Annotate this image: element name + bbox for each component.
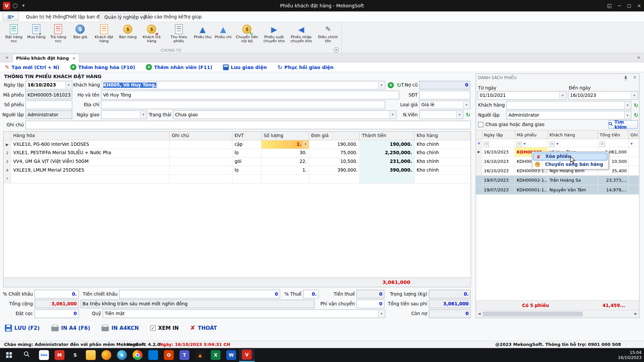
ngay-lap-field[interactable]: 16/10/2023▾ bbox=[25, 81, 72, 89]
cell-don-gia[interactable]: 75,000. bbox=[309, 149, 360, 157]
tab-close-icon[interactable]: × bbox=[72, 56, 75, 60]
tab-close-left-icon[interactable]: × bbox=[4, 55, 10, 61]
cell-ghi-chu[interactable] bbox=[629, 147, 639, 157]
filter-cell-ghi-chu[interactable]: ▼ bbox=[629, 139, 639, 147]
start-button[interactable] bbox=[0, 348, 18, 362]
col-kho-hang[interactable]: Kho hàng bbox=[415, 132, 471, 140]
taskbar-app-chrome[interactable] bbox=[130, 348, 146, 362]
taskbar-app-edge[interactable]: e bbox=[114, 348, 130, 362]
expand-icon[interactable]: ◱ bbox=[604, 0, 614, 11]
col-ghi-chu[interactable]: Ghi chú bbox=[170, 132, 232, 140]
ribbon-button-tra-hang-ncc[interactable]: Trả hàng ncc bbox=[47, 22, 70, 47]
ghi-chu-field[interactable] bbox=[25, 121, 471, 129]
cell-ngay-lap[interactable]: 19/07/2023 bbox=[482, 176, 515, 185]
tab-strip-close-icon[interactable]: × bbox=[636, 55, 642, 61]
cell-dvt[interactable]: gói bbox=[232, 158, 262, 166]
cell-don-gia[interactable]: 390,000. bbox=[309, 166, 360, 174]
thue-pct-field[interactable]: 0. bbox=[303, 290, 319, 298]
chevron-down-icon[interactable]: ▾ bbox=[559, 92, 566, 99]
cell-ngay-lap[interactable]: 16/10/2023 bbox=[482, 147, 515, 157]
chiet-khau-pct-field[interactable]: 0. bbox=[35, 290, 79, 298]
pin-icon[interactable] bbox=[624, 75, 629, 81]
refresh-employee-icon[interactable]: ↻ bbox=[465, 111, 472, 118]
restore-layout-button[interactable]: ↻ Phục hồi giao diện bbox=[277, 64, 333, 70]
taskbar-app-office[interactable]: O bbox=[161, 348, 177, 362]
menu-grid-button[interactable]: ▦▾ bbox=[2, 13, 19, 21]
col-dvt[interactable]: ĐVT bbox=[232, 132, 262, 140]
col-tong-tien[interactable]: Tổng tiền bbox=[598, 130, 629, 138]
cell-kho-hang[interactable]: Kho chính bbox=[415, 158, 471, 166]
cell-ghi-chu[interactable] bbox=[170, 175, 232, 183]
cell-ghi-chu[interactable] bbox=[629, 185, 639, 194]
ribbon-button-dat-hang-ncc[interactable]: Đặt hàng ncc bbox=[2, 22, 26, 47]
minimize-icon[interactable]: − bbox=[614, 0, 624, 11]
ribbon-button-ban-hang[interactable]: $ Bán hàng bbox=[118, 22, 138, 47]
exit-button[interactable]: ✘ THOÁT bbox=[190, 324, 217, 331]
cell-thanh-tien[interactable]: 231,000. bbox=[360, 158, 415, 166]
funnel-icon[interactable]: ▼ bbox=[631, 142, 633, 146]
panel-close-icon[interactable]: × bbox=[633, 75, 637, 80]
taskbar-app-zalo[interactable]: Zalo bbox=[36, 348, 52, 362]
cell-don-gia[interactable]: 190,000. bbox=[309, 140, 360, 148]
taskbar-app-explorer[interactable] bbox=[83, 348, 99, 362]
cell-kho-hang[interactable]: Kho chính bbox=[415, 166, 471, 174]
chevron-down-icon[interactable]: ▾ bbox=[624, 112, 630, 119]
ribbon-button-chuyen-tien-noi-bo[interactable]: $↻ Chuyển tiền nội bộ bbox=[233, 22, 261, 47]
scrollbar-thumb[interactable] bbox=[483, 311, 583, 316]
horizontal-scrollbar[interactable]: ◀ ▶ bbox=[476, 311, 639, 317]
filter-cell-tong-tien[interactable]: = bbox=[598, 139, 629, 147]
n-vien-combo[interactable]: ▾ bbox=[419, 110, 463, 119]
ribbon-button-thu-theo-phieu[interactable]: Thu theo phiếu bbox=[165, 22, 193, 47]
ribbon-button-phieu-chi[interactable]: ▲ Phiếu chi bbox=[213, 22, 233, 47]
preview-checkbox[interactable]: ✓ XEM IN bbox=[150, 325, 179, 331]
print-a4kcn-button[interactable]: IN A4KCN bbox=[102, 325, 139, 331]
cell-khach-hang[interactable]: Trần Hoàng Sa bbox=[548, 176, 598, 185]
menu-tab-tro-giup[interactable]: Trợ giúp bbox=[179, 13, 206, 22]
filter-cell-ma-phieu[interactable]: = ▼ bbox=[515, 139, 548, 147]
phi-van-chuyen-field[interactable]: 0 bbox=[357, 300, 384, 308]
cell-dvt[interactable]: lọ bbox=[232, 166, 262, 174]
panel-khach-hang-combo[interactable]: ▾ bbox=[506, 101, 631, 110]
cell-don-gia[interactable]: 10,500. bbox=[309, 158, 360, 166]
quy-combo[interactable]: Tiền mặt▾ bbox=[103, 309, 385, 318]
cell-ghi-chu[interactable] bbox=[170, 149, 232, 157]
cell-hang-hoa[interactable]: VXLE19, LMLM Merial 25DOSES bbox=[11, 166, 170, 174]
ribbon-button-phieu-thu[interactable]: ▲ Phiếu thu bbox=[192, 22, 213, 47]
table-row[interactable]: 3 VV4, ÚM GÀ VỊT (Việt Viễn) 50GM gói 22… bbox=[4, 158, 471, 166]
cell-so-luong-editor[interactable]: 1.▾ bbox=[262, 140, 309, 148]
col-ma-phieu[interactable]: Mã phiếu bbox=[515, 130, 548, 138]
new-button[interactable]: ✎ Tạo mới (Ctrl + N) bbox=[5, 64, 59, 70]
chevron-down-icon[interactable]: ▾ bbox=[631, 92, 637, 99]
cell-ngay-lap[interactable]: 16/10/2023 bbox=[482, 166, 515, 175]
ribbon-button-khach-dat-hang[interactable]: Khách đặt hàng bbox=[91, 22, 118, 47]
col-khach-hang[interactable]: Khách hàng bbox=[548, 130, 598, 138]
taskbar-app-mail[interactable]: M bbox=[52, 348, 67, 362]
ribbon-button-bao-gia[interactable]: $ Báo giá bbox=[70, 22, 91, 47]
search-button[interactable]: Tìm kiếm bbox=[608, 120, 638, 129]
refresh-icon[interactable]: ↻ bbox=[633, 112, 640, 119]
filter-cell-ngay-lap[interactable]: = bbox=[482, 139, 515, 147]
cell-thanh-tien[interactable] bbox=[360, 175, 415, 183]
taskbar-clock[interactable]: 15:04 16/10/2023 bbox=[618, 350, 642, 360]
cell-thanh-tien[interactable]: 2,250,000. bbox=[360, 149, 415, 157]
funnel-icon[interactable]: ▼ bbox=[556, 142, 558, 146]
cell-dvt[interactable]: lọ bbox=[232, 149, 262, 157]
cell-ngay-lap[interactable]: 16/10/2023 bbox=[482, 157, 515, 166]
ngay-giao-combo[interactable]: ▾ bbox=[101, 110, 147, 119]
cell-so-luong[interactable]: 22. bbox=[262, 158, 309, 166]
cell-ghi-chu[interactable] bbox=[629, 176, 639, 185]
add-employee-button[interactable]: + Thêm nhân viên (F11) bbox=[146, 64, 212, 70]
cell-ngay-lap[interactable]: 19/07/2023 bbox=[482, 185, 515, 194]
taskbar-app-teams[interactable]: T bbox=[177, 348, 193, 362]
cell-ma-phieu[interactable]: KDH00002-1... bbox=[515, 176, 548, 185]
ribbon-button-mua-hang[interactable]: + Mua hàng bbox=[26, 22, 47, 47]
filter-checkbox[interactable] bbox=[478, 122, 483, 127]
taskbar-app-vscode[interactable] bbox=[145, 348, 161, 362]
taskbar-app-skype[interactable]: S bbox=[67, 348, 83, 362]
cell-dvt[interactable]: cặp bbox=[232, 140, 262, 148]
list-item[interactable]: 19/07/2023 KDH00002-1... Trần Hoàng Sa 2… bbox=[476, 176, 639, 185]
cell-hang-hoa[interactable]: VXLE10, PG-600 InterVet 1DOSES bbox=[11, 140, 170, 148]
chevron-down-icon[interactable]: ▾ bbox=[302, 141, 308, 148]
tien-chiet-khau-field[interactable]: 0 bbox=[119, 290, 280, 298]
cell-hang-hoa[interactable]: VV4, ÚM GÀ VỊT (Việt Viễn) 50GM bbox=[11, 158, 170, 166]
